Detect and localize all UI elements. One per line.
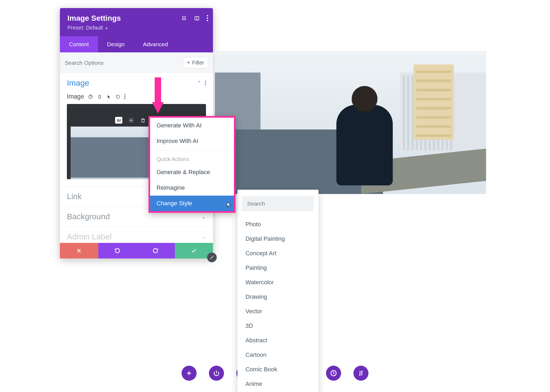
style-option-comic-book[interactable]: Comic Book	[237, 362, 319, 377]
trash-icon[interactable]	[140, 117, 146, 123]
panel-header: Image Settings Preset: Default ▾	[60, 8, 213, 36]
menu-generate-replace[interactable]: Generate & Replace	[150, 164, 234, 180]
style-option-drawing[interactable]: Drawing	[237, 290, 319, 304]
panel-tabs: Content Design Advanced	[60, 36, 213, 52]
style-option-watercolor[interactable]: Watercolor	[237, 275, 319, 290]
tab-design[interactable]: Design	[98, 36, 134, 52]
ai-button[interactable]: AI	[115, 117, 122, 124]
plus-icon: +	[187, 60, 190, 66]
style-option-painting[interactable]: Painting	[237, 261, 319, 275]
cancel-button[interactable]	[60, 243, 98, 258]
chevron-down-icon: ⌄	[201, 213, 206, 220]
panel-footer	[60, 243, 213, 258]
style-option-concept-art[interactable]: Concept Art	[237, 246, 319, 261]
svg-rect-6	[99, 95, 100, 98]
style-option-3d[interactable]: 3D	[237, 319, 319, 333]
style-option-abstract[interactable]: Abstract	[237, 333, 319, 348]
chevron-up-icon: ⌃	[197, 80, 201, 86]
style-option-vector[interactable]: Vector	[237, 304, 319, 319]
cursor-icon	[226, 201, 232, 208]
chevron-down-icon: ⌄	[201, 233, 206, 240]
style-search-input[interactable]	[242, 196, 314, 211]
field-menu-icon[interactable]	[124, 94, 125, 99]
history-icon[interactable]	[326, 366, 341, 381]
menu-change-style-label: Change Style	[157, 200, 192, 207]
search-options-input[interactable]	[65, 60, 183, 66]
panel-header-actions	[181, 15, 208, 21]
responsive-preview-icon[interactable]	[194, 15, 200, 21]
add-button[interactable]	[182, 366, 197, 381]
style-option-cartoon[interactable]: Cartoon	[237, 348, 319, 362]
style-option-anime[interactable]: Anime	[237, 377, 319, 391]
filter-button-label: Filter	[192, 60, 204, 66]
section-image-header[interactable]: Image ⌃	[60, 73, 213, 93]
menu-improve-with-ai[interactable]: Improve With AI	[150, 133, 234, 149]
gear-icon[interactable]	[128, 117, 134, 123]
hover-icon[interactable]	[106, 94, 111, 99]
chevron-down-icon: ▾	[106, 26, 107, 30]
section-admin-label: Admin Label ⌄	[60, 227, 213, 243]
tab-content[interactable]: Content	[60, 36, 98, 52]
menu-change-style[interactable]: Change Style	[150, 196, 234, 211]
power-icon[interactable]	[209, 366, 224, 381]
style-option-digital-painting[interactable]: Digital Painting	[237, 232, 319, 246]
section-background-title: Background	[67, 212, 110, 221]
search-row: + Filter	[60, 52, 213, 73]
hero-image	[215, 51, 486, 194]
menu-generate-with-ai[interactable]: Generate With AI	[150, 118, 234, 133]
section-image-menu-icon[interactable]	[205, 81, 206, 85]
svg-point-5	[90, 98, 91, 98]
menu-quick-actions-heading: Quick Actions	[150, 152, 234, 164]
image-field-row: Image	[67, 93, 206, 100]
svg-point-7	[131, 120, 132, 121]
svg-point-1	[183, 18, 184, 19]
style-option-photo[interactable]: Photo	[237, 217, 319, 232]
undo-button[interactable]	[98, 243, 137, 258]
preset-label: Preset: Default	[67, 25, 103, 31]
image-field-label: Image	[67, 93, 84, 100]
filter-button[interactable]: + Filter	[183, 57, 208, 68]
section-admin-label-header[interactable]: Admin Label ⌄	[60, 227, 213, 243]
menu-divider	[150, 150, 234, 151]
help-icon[interactable]	[88, 94, 93, 99]
section-admin-title: Admin Label	[67, 232, 112, 241]
section-link-title: Link	[67, 192, 82, 201]
device-icon[interactable]	[97, 94, 102, 99]
tab-advanced[interactable]: Advanced	[134, 36, 177, 52]
preset-dropdown[interactable]: Preset: Default ▾	[67, 25, 205, 31]
resize-handle[interactable]	[207, 253, 217, 262]
sort-icon[interactable]	[353, 366, 368, 381]
style-dropdown: Photo Digital Painting Concept Art Paint…	[237, 190, 319, 392]
menu-reimagine[interactable]: Reimagine	[150, 180, 234, 196]
expand-icon[interactable]	[181, 15, 187, 21]
panel-menu-icon[interactable]	[207, 15, 208, 21]
style-search-box	[242, 196, 314, 211]
redo-button[interactable]	[136, 243, 175, 258]
ai-context-menu: Generate With AI Improve With AI Quick A…	[149, 116, 236, 213]
reset-icon[interactable]	[115, 94, 121, 99]
section-image-title: Image	[67, 78, 89, 88]
